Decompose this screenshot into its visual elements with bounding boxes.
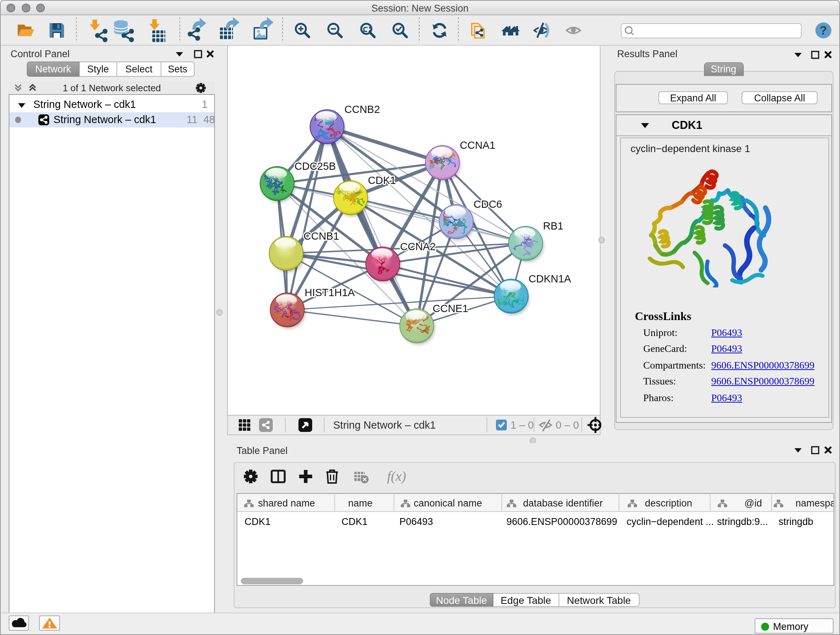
- svg-text:CCNA1: CCNA1: [460, 139, 495, 151]
- svg-text:1 – 0: 1 – 0: [510, 419, 534, 431]
- svg-text:description: description: [645, 497, 692, 508]
- svg-text:String Network – cdk1: String Network – cdk1: [333, 419, 436, 431]
- svg-text:HIST1H1A: HIST1H1A: [305, 287, 355, 298]
- svg-text:?: ?: [820, 24, 827, 37]
- svg-text:cyclin−dependent ...: cyclin−dependent ...: [627, 516, 714, 527]
- svg-text:f(x): f(x): [387, 469, 406, 484]
- svg-text:CDC25B: CDC25B: [294, 160, 336, 172]
- svg-text:CCNB2: CCNB2: [344, 103, 380, 115]
- svg-text:CCNE1: CCNE1: [433, 302, 468, 314]
- svg-text:CDKN1A: CDKN1A: [529, 273, 571, 285]
- svg-text:stringdb: stringdb: [778, 516, 813, 527]
- svg-text:P06493: P06493: [399, 516, 433, 527]
- svg-text:canonical name: canonical name: [414, 497, 482, 508]
- svg-text:CCNB1: CCNB1: [303, 230, 339, 242]
- svg-text:name: name: [348, 497, 373, 508]
- svg-text:database identifier: database identifier: [523, 497, 603, 508]
- svg-text:CCNA2: CCNA2: [400, 241, 436, 252]
- svg-text:RB1: RB1: [543, 220, 563, 232]
- svg-text:stringdb:9...: stringdb:9...: [717, 516, 768, 527]
- svg-text:0 – 0: 0 – 0: [556, 419, 579, 431]
- svg-text:CDK1: CDK1: [368, 174, 396, 186]
- svg-text:@id: @id: [745, 497, 762, 508]
- svg-text:CDK1: CDK1: [245, 516, 271, 527]
- svg-text:shared name: shared name: [258, 497, 315, 508]
- svg-text:namespace: namespace: [796, 497, 834, 508]
- svg-text:CDC6: CDC6: [474, 198, 502, 210]
- svg-text:9606.ENSP00000378699: 9606.ENSP00000378699: [507, 516, 617, 527]
- svg-text:CDK1: CDK1: [341, 516, 368, 527]
